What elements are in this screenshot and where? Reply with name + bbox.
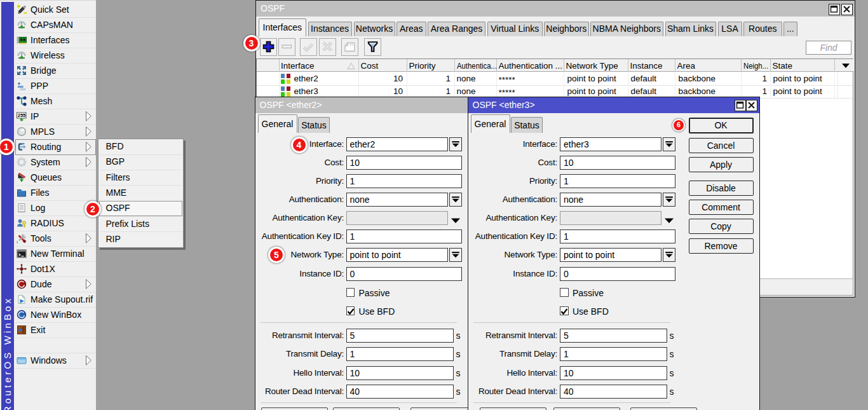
- svg-text:255: 255: [18, 113, 26, 118]
